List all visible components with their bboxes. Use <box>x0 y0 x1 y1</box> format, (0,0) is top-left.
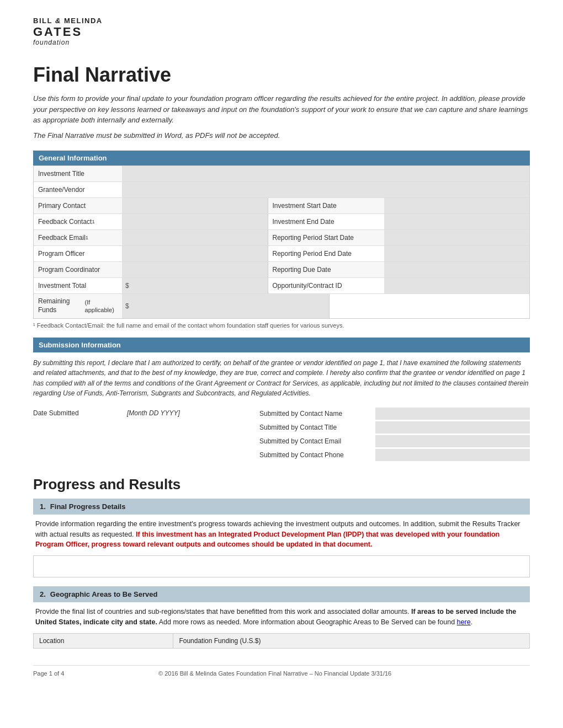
feedback-contact-row: Feedback Contact1 Investment End Date <box>34 214 529 230</box>
program-coordinator-row: Program Coordinator Reporting Due Date <box>34 262 529 278</box>
submitted-by-phone-label: Submitted by Contact Phone <box>259 451 375 459</box>
foundation-logo: Bill & Melinda GATES foundation <box>33 17 103 47</box>
submitted-by-title-row: Submitted by Contact Title <box>259 421 530 433</box>
investment-end-date-value[interactable] <box>384 214 530 229</box>
program-coordinator-label: Program Coordinator <box>34 262 122 277</box>
logo-foundation: foundation <box>33 39 103 47</box>
geographic-areas-header: 2. Geographic Areas to Be Served <box>33 586 530 602</box>
submission-declaration: By submitting this report, I declare tha… <box>33 358 530 399</box>
primary-contact-value[interactable] <box>122 198 268 213</box>
feedback-contact-label: Feedback Contact1 <box>34 214 122 229</box>
program-officer-row: Program Officer Reporting Period End Dat… <box>34 246 529 262</box>
geographic-areas-table: Location Foundation Funding (U.S.$) <box>33 633 530 649</box>
remaining-funds-row: Remaining Funds(If applicable) $ <box>34 294 529 318</box>
submission-right-fields: Submitted by Contact Name Submitted by C… <box>259 408 530 463</box>
geo-table-location-header: Location <box>34 633 173 648</box>
geographic-areas-number: 2. <box>40 590 46 598</box>
submitted-by-name-label: Submitted by Contact Name <box>259 410 375 417</box>
program-officer-value[interactable] <box>122 246 268 261</box>
date-submitted-block: Date Submitted [Month DD YYYY] <box>33 408 248 417</box>
investment-start-date-label: Investment Start Date <box>268 198 384 213</box>
submitted-by-phone-value[interactable] <box>375 449 530 461</box>
submission-fields-row: Date Submitted [Month DD YYYY] Submitted… <box>33 408 530 463</box>
program-coordinator-value[interactable] <box>122 262 268 277</box>
general-info-header: General Information <box>33 151 530 165</box>
progress-results-title: Progress and Results <box>33 476 530 493</box>
logo-melinda: Melinda <box>64 17 103 25</box>
feedback-email-label: Feedback Email1 <box>34 230 122 245</box>
investment-start-date-value[interactable] <box>384 198 530 213</box>
primary-contact-row: Primary Contact Investment Start Date <box>34 198 529 214</box>
date-submitted-value[interactable]: [Month DD YYYY] <box>127 408 180 417</box>
investment-title-value[interactable] <box>122 166 529 181</box>
reporting-due-date-label: Reporting Due Date <box>268 262 384 277</box>
logo-gates: GATES <box>33 25 103 39</box>
logo-bill: Bill <box>33 17 52 25</box>
investment-total-row: Investment Total $ Opportunity/Contract … <box>34 278 529 294</box>
feedback-email-value[interactable] <box>122 230 268 245</box>
investment-total-dollar: $ <box>125 282 129 290</box>
submitted-by-title-value[interactable] <box>375 421 530 433</box>
geo-here-link[interactable]: here <box>457 618 471 626</box>
submitted-by-email-label: Submitted by Contact Email <box>259 437 375 445</box>
remaining-funds-label: Remaining Funds(If applicable) <box>34 294 122 318</box>
submitted-by-email-value[interactable] <box>375 435 530 447</box>
program-officer-label: Program Officer <box>34 246 122 261</box>
grantee-vendor-label: Grantee/Vendor <box>34 182 122 197</box>
geo-body-normal: Provide the final list of countries and … <box>35 608 411 615</box>
submitted-by-name-value[interactable] <box>375 408 530 420</box>
geo-body-end: . <box>471 618 472 626</box>
feedback-footnote: ¹ Feedback Contact/Email: the full name … <box>33 322 530 329</box>
geo-body-extra: Add more rows as needed. More informatio… <box>157 618 457 626</box>
investment-title-row: Investment Title <box>34 166 529 182</box>
reporting-period-end-label: Reporting Period End Date <box>268 246 384 261</box>
reporting-period-start-value[interactable] <box>384 230 530 245</box>
final-progress-body: Provide information regarding the entire… <box>33 519 530 550</box>
investment-total-label: Investment Total <box>34 278 122 293</box>
page-indicator: Page 1 of 4 <box>33 670 64 677</box>
geo-table-funding-header: Foundation Funding (U.S.$) <box>173 633 530 648</box>
footer-copyright: © 2016 Bill & Melinda Gates Foundation F… <box>64 670 486 677</box>
page-footer: Page 1 of 4 © 2016 Bill & Melinda Gates … <box>33 665 530 677</box>
investment-total-value[interactable]: $ <box>122 278 268 293</box>
submitted-by-title-label: Submitted by Contact Title <box>259 424 375 431</box>
final-progress-title: Final Progress Details <box>50 502 126 511</box>
submitted-by-email-row: Submitted by Contact Email <box>259 435 530 447</box>
intro-paragraph-1: Use this form to provide your final upda… <box>33 93 530 126</box>
logo-ampersand: & <box>52 17 64 25</box>
feedback-contact-value[interactable] <box>122 214 268 229</box>
general-info-table: Investment Title Grantee/Vendor Primary … <box>33 165 530 318</box>
geographic-areas-title: Geographic Areas to Be Served <box>50 590 158 598</box>
reporting-due-date-value[interactable] <box>384 262 530 277</box>
submission-info-header: Submission Information <box>33 338 530 352</box>
grantee-vendor-value[interactable] <box>122 182 529 197</box>
date-submitted-label: Date Submitted <box>33 408 127 417</box>
geographic-areas-body: Provide the final list of countries and … <box>33 607 530 628</box>
remaining-funds-value[interactable]: $ <box>122 294 329 318</box>
investment-title-label: Investment Title <box>34 166 122 181</box>
submitted-by-name-row: Submitted by Contact Name <box>259 408 530 420</box>
page-title: Final Narrative <box>33 63 530 87</box>
investment-end-date-label: Investment End Date <box>268 214 384 229</box>
reporting-period-end-value[interactable] <box>384 246 530 261</box>
feedback-email-row: Feedback Email1 Reporting Period Start D… <box>34 230 529 246</box>
grantee-vendor-row: Grantee/Vendor <box>34 182 529 198</box>
final-progress-textarea[interactable] <box>33 555 530 577</box>
final-progress-number: 1. <box>40 502 46 511</box>
primary-contact-label: Primary Contact <box>34 198 122 213</box>
intro-paragraph-2: The Final Narrative must be submitted in… <box>33 130 530 141</box>
remaining-funds-dollar: $ <box>125 302 129 310</box>
opportunity-contract-id-label: Opportunity/Contract ID <box>268 278 384 293</box>
submitted-by-phone-row: Submitted by Contact Phone <box>259 449 530 461</box>
logo-area: Bill & Melinda GATES foundation <box>33 17 530 47</box>
opportunity-contract-id-value[interactable] <box>384 278 530 293</box>
reporting-period-start-label: Reporting Period Start Date <box>268 230 384 245</box>
final-progress-header: 1. Final Progress Details <box>33 499 530 515</box>
